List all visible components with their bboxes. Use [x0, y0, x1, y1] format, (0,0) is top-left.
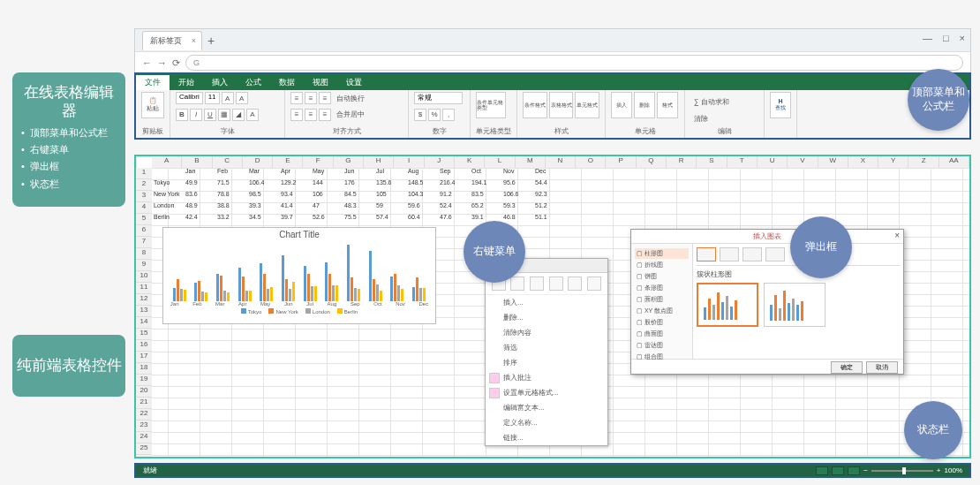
back-button[interactable]: ← — [142, 57, 152, 68]
chart-subtype-icon[interactable] — [720, 247, 739, 261]
view-normal-button[interactable] — [816, 466, 828, 475]
row-header[interactable]: 10 — [136, 271, 152, 283]
context-menu-item[interactable]: 筛选 — [486, 340, 607, 355]
col-header[interactable]: X — [848, 156, 878, 168]
paste-option-icon[interactable] — [530, 277, 544, 291]
dialog-side-item[interactable]: ▢ 面积图 — [635, 294, 689, 305]
delete-button[interactable]: 删除 — [634, 92, 655, 118]
cell[interactable]: 59.3 — [501, 202, 533, 214]
col-header[interactable]: J — [425, 156, 455, 168]
col-header[interactable]: O — [576, 156, 606, 168]
spreadsheet[interactable]: ABCDEFGHIJKLMNOPQRSTUVWXYZAA 12345678910… — [134, 155, 971, 458]
col-header[interactable]: P — [606, 156, 636, 168]
cell[interactable]: 135.6 — [374, 179, 406, 191]
cancel-button[interactable]: 取消 — [866, 361, 898, 374]
dialog-side-item[interactable]: ▢ XY 散点图 — [635, 306, 689, 316]
context-menu-item[interactable]: 设置单元格格式... — [486, 385, 607, 400]
col-header[interactable]: G — [334, 156, 364, 168]
cell[interactable]: Jan — [184, 168, 215, 179]
col-header[interactable]: A — [152, 156, 182, 168]
data-cells[interactable]: JanFebMarAprMayJunJulAugSepOctNovDecToky… — [152, 168, 565, 225]
close-icon[interactable]: × — [894, 231, 900, 240]
fill-color-button[interactable]: ◢ — [232, 109, 245, 121]
cell[interactable]: 92.3 — [533, 191, 565, 202]
cell[interactable]: 98.5 — [247, 191, 279, 202]
font-size-select[interactable]: 11 — [205, 92, 220, 104]
cell[interactable]: 57.4 — [374, 214, 406, 225]
paste-option-icon[interactable] — [549, 277, 563, 291]
cell[interactable]: 106.6 — [501, 191, 533, 202]
cell[interactable]: 41.4 — [279, 202, 311, 214]
font-shrink-icon[interactable]: A — [236, 92, 248, 104]
col-header[interactable]: H — [364, 156, 394, 168]
cell[interactable]: Nov — [501, 168, 533, 179]
paste-option-icon[interactable] — [510, 277, 524, 291]
context-menu-item[interactable]: 插入... — [486, 295, 607, 310]
window-min-button[interactable]: — — [923, 33, 932, 43]
cell[interactable]: Oct — [470, 168, 501, 179]
col-header[interactable]: U — [758, 156, 788, 168]
merge-button[interactable]: 合并居中 — [333, 110, 368, 120]
cell[interactable]: 59.6 — [406, 202, 438, 214]
cell[interactable]: 51.2 — [533, 202, 565, 214]
browser-tab[interactable]: 新标签页 × — [142, 31, 202, 50]
underline-button[interactable]: U — [204, 109, 216, 121]
row-header[interactable]: 5 — [136, 214, 152, 225]
cell[interactable]: 104.3 — [406, 191, 438, 202]
row-header[interactable]: 3 — [136, 191, 152, 202]
cell[interactable]: Jul — [374, 168, 406, 179]
align-left-icon[interactable]: ≡ — [290, 109, 303, 121]
cell[interactable]: Apr — [279, 168, 311, 179]
row-header[interactable]: 13 — [136, 306, 152, 317]
format-button[interactable]: 格式 — [657, 92, 678, 118]
cell[interactable]: 106 — [311, 191, 343, 202]
font-name-select[interactable]: Calibri — [176, 92, 203, 104]
ribbon-tab-settings[interactable]: 设置 — [337, 74, 371, 90]
cell[interactable]: 129.2 — [279, 179, 311, 191]
cell[interactable]: 51.1 — [533, 214, 565, 225]
col-header[interactable]: N — [546, 156, 576, 168]
row-header[interactable]: 23 — [136, 421, 152, 432]
comma-icon[interactable]: , — [442, 109, 455, 121]
align-bot-icon[interactable]: ≡ — [319, 92, 331, 104]
zoom-out-button[interactable]: − — [863, 466, 868, 474]
col-header[interactable]: S — [697, 156, 727, 168]
dialog-side-item[interactable]: ▢ 折线图 — [635, 260, 689, 270]
row-header[interactable]: 14 — [136, 317, 152, 329]
dialog-side-item[interactable]: ▢ 股价图 — [635, 317, 689, 328]
cell[interactable]: 60.4 — [406, 214, 438, 225]
context-menu-item[interactable]: 插入批注 — [486, 370, 607, 385]
cell[interactable]: 33.2 — [215, 214, 247, 225]
forward-button[interactable]: → — [157, 57, 167, 68]
cell[interactable]: 84.5 — [343, 191, 374, 202]
embedded-chart[interactable]: Chart Title JanFebMarAprMayJunJulAugSepO… — [162, 227, 436, 324]
dialog-side-item[interactable]: ▢ 组合图 — [635, 352, 689, 362]
row-header[interactable]: 19 — [136, 375, 152, 386]
cell[interactable]: 59 — [374, 202, 406, 214]
paste-option-icon[interactable] — [587, 277, 601, 291]
context-menu-item[interactable]: 排序 — [486, 355, 607, 370]
insert-button[interactable]: 插入 — [611, 92, 632, 118]
cell[interactable]: 52.6 — [311, 214, 343, 225]
dialog-side-item[interactable]: ▢ 条形图 — [635, 283, 689, 293]
row-header[interactable]: 6 — [136, 225, 152, 237]
cell[interactable] — [152, 168, 184, 179]
find-button[interactable]: H查找 — [770, 92, 791, 118]
cell[interactable]: Berlin — [152, 214, 184, 225]
align-center-icon[interactable]: ≡ — [305, 109, 317, 121]
col-header[interactable]: Y — [878, 156, 908, 168]
cell[interactable]: 65.2 — [470, 202, 501, 214]
chart-subtype-icon[interactable] — [743, 247, 762, 261]
zoom-slider[interactable] — [871, 470, 933, 472]
cell[interactable]: 106.4 — [247, 179, 279, 191]
ribbon-tab-data[interactable]: 数据 — [270, 74, 304, 90]
chart-subtype-icon[interactable] — [697, 247, 716, 261]
col-header[interactable]: AA — [939, 156, 969, 168]
col-header[interactable]: I — [394, 156, 424, 168]
cell[interactable]: New York — [152, 191, 184, 202]
col-header[interactable]: B — [182, 156, 212, 168]
context-menu-item[interactable]: 定义名称... — [486, 415, 607, 430]
cell[interactable]: London — [152, 202, 184, 214]
cell[interactable]: 48.9 — [184, 202, 215, 214]
bold-button[interactable]: B — [176, 109, 188, 121]
